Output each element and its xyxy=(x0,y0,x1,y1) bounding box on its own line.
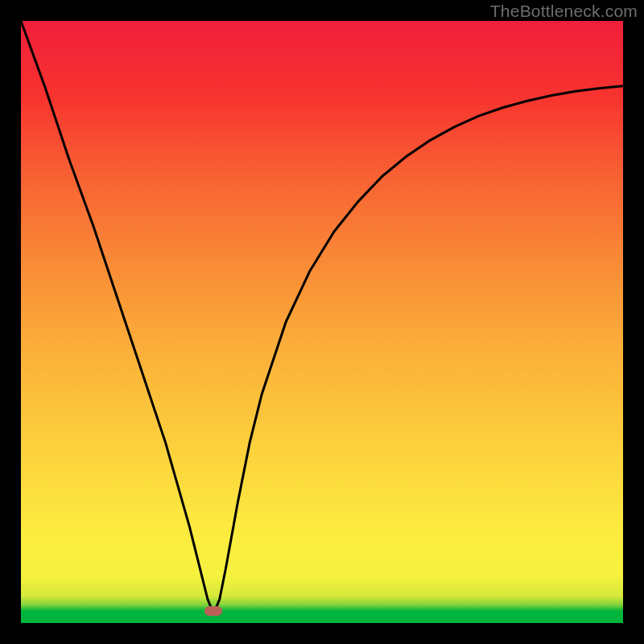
chart-frame: TheBottleneck.com xyxy=(0,0,644,644)
watermark-text: TheBottleneck.com xyxy=(490,2,638,21)
plot-area xyxy=(21,21,623,623)
curve-layer xyxy=(21,21,623,623)
minimum-marker xyxy=(204,606,222,616)
bottleneck-curve xyxy=(21,21,623,614)
